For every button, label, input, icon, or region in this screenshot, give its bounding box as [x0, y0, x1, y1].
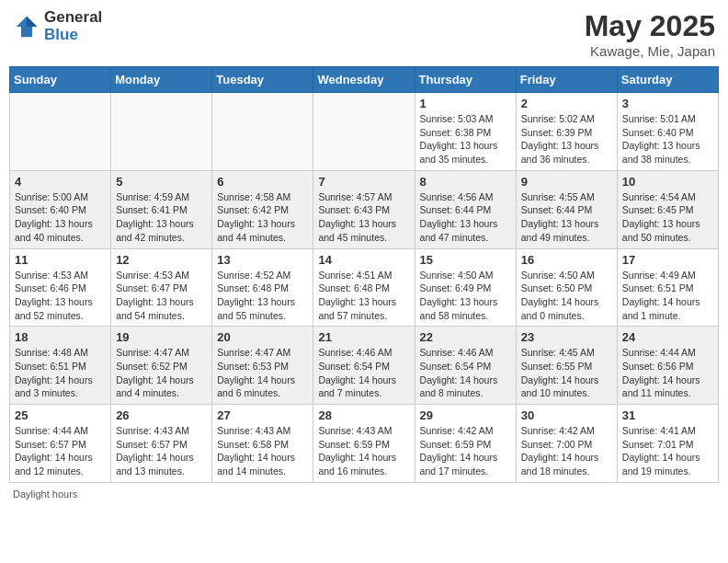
calendar-cell: 8Sunrise: 4:56 AM Sunset: 6:44 PM Daylig… — [415, 170, 516, 248]
day-info: Sunrise: 4:46 AM Sunset: 6:54 PM Dayligh… — [420, 346, 511, 400]
day-number: 16 — [521, 253, 612, 267]
day-number: 28 — [318, 408, 409, 422]
logo-icon — [13, 13, 40, 40]
location: Kawage, Mie, Japan — [585, 43, 715, 59]
day-number: 22 — [420, 330, 511, 344]
day-info: Sunrise: 4:53 AM Sunset: 6:46 PM Dayligh… — [15, 269, 106, 323]
calendar-cell: 19Sunrise: 4:47 AM Sunset: 6:52 PM Dayli… — [111, 327, 212, 405]
calendar-cell: 4Sunrise: 5:00 AM Sunset: 6:40 PM Daylig… — [10, 170, 111, 248]
day-info: Sunrise: 4:50 AM Sunset: 6:49 PM Dayligh… — [420, 269, 511, 323]
weekday-monday: Monday — [111, 67, 212, 93]
month-year: May 2025 — [585, 9, 715, 43]
svg-marker-1 — [27, 16, 37, 26]
day-info: Sunrise: 4:43 AM Sunset: 6:59 PM Dayligh… — [318, 424, 409, 478]
day-info: Sunrise: 4:50 AM Sunset: 6:50 PM Dayligh… — [521, 269, 612, 323]
calendar-cell: 10Sunrise: 4:54 AM Sunset: 6:45 PM Dayli… — [617, 170, 718, 248]
day-number: 18 — [15, 330, 106, 344]
day-info: Sunrise: 4:52 AM Sunset: 6:48 PM Dayligh… — [217, 269, 308, 323]
calendar-cell: 18Sunrise: 4:48 AM Sunset: 6:51 PM Dayli… — [10, 327, 111, 405]
day-info: Sunrise: 5:00 AM Sunset: 6:40 PM Dayligh… — [15, 190, 106, 245]
day-number: 25 — [15, 408, 106, 422]
day-info: Sunrise: 4:51 AM Sunset: 6:48 PM Dayligh… — [318, 269, 409, 323]
day-info: Sunrise: 5:02 AM Sunset: 6:39 PM Dayligh… — [521, 112, 612, 167]
calendar-week-5: 25Sunrise: 4:44 AM Sunset: 6:57 PM Dayli… — [10, 405, 719, 483]
day-number: 9 — [521, 175, 612, 189]
calendar-cell: 9Sunrise: 4:55 AM Sunset: 6:44 PM Daylig… — [516, 170, 617, 248]
day-info: Sunrise: 4:48 AM Sunset: 6:51 PM Dayligh… — [15, 346, 106, 400]
day-number: 2 — [521, 97, 612, 110]
day-number: 13 — [217, 253, 308, 267]
calendar-cell: 6Sunrise: 4:58 AM Sunset: 6:42 PM Daylig… — [212, 170, 313, 248]
calendar-cell: 16Sunrise: 4:50 AM Sunset: 6:50 PM Dayli… — [516, 248, 617, 327]
day-info: Sunrise: 4:47 AM Sunset: 6:53 PM Dayligh… — [217, 346, 308, 400]
calendar-cell: 20Sunrise: 4:47 AM Sunset: 6:53 PM Dayli… — [212, 327, 313, 405]
calendar-cell: 17Sunrise: 4:49 AM Sunset: 6:51 PM Dayli… — [617, 248, 718, 327]
calendar-cell: 21Sunrise: 4:46 AM Sunset: 6:54 PM Dayli… — [313, 327, 415, 405]
day-info: Sunrise: 4:53 AM Sunset: 6:47 PM Dayligh… — [116, 269, 207, 323]
weekday-sunday: Sunday — [10, 67, 111, 93]
calendar-cell: 2Sunrise: 5:02 AM Sunset: 6:39 PM Daylig… — [516, 93, 617, 171]
calendar-cell: 15Sunrise: 4:50 AM Sunset: 6:49 PM Dayli… — [415, 248, 516, 327]
day-info: Sunrise: 4:44 AM Sunset: 6:56 PM Dayligh… — [622, 346, 713, 400]
day-number: 7 — [318, 175, 409, 189]
calendar-cell: 28Sunrise: 4:43 AM Sunset: 6:59 PM Dayli… — [313, 405, 415, 483]
day-number: 3 — [622, 97, 713, 110]
calendar-cell: 30Sunrise: 4:42 AM Sunset: 7:00 PM Dayli… — [516, 405, 617, 483]
logo: General Blue — [13, 9, 102, 43]
calendar-cell: 25Sunrise: 4:44 AM Sunset: 6:57 PM Dayli… — [10, 405, 111, 483]
calendar-cell — [212, 93, 313, 171]
weekday-thursday: Thursday — [415, 67, 516, 93]
day-info: Sunrise: 4:46 AM Sunset: 6:54 PM Dayligh… — [318, 346, 409, 400]
calendar-cell: 7Sunrise: 4:57 AM Sunset: 6:43 PM Daylig… — [313, 170, 415, 248]
weekday-header-row: SundayMondayTuesdayWednesdayThursdayFrid… — [10, 67, 719, 93]
page-header: General Blue May 2025 Kawage, Mie, Japan — [9, 9, 719, 59]
day-number: 26 — [116, 408, 207, 422]
day-number: 15 — [420, 253, 511, 267]
day-number: 24 — [622, 330, 713, 344]
day-info: Sunrise: 4:57 AM Sunset: 6:43 PM Dayligh… — [318, 190, 409, 245]
logo-blue: Blue — [44, 27, 102, 44]
calendar-cell: 1Sunrise: 5:03 AM Sunset: 6:38 PM Daylig… — [415, 93, 516, 171]
calendar-cell: 13Sunrise: 4:52 AM Sunset: 6:48 PM Dayli… — [212, 248, 313, 327]
calendar-cell — [313, 93, 415, 171]
logo-text: General Blue — [44, 9, 102, 43]
footer: Daylight hours — [9, 488, 719, 500]
calendar-cell: 11Sunrise: 4:53 AM Sunset: 6:46 PM Dayli… — [10, 248, 111, 327]
calendar-week-2: 4Sunrise: 5:00 AM Sunset: 6:40 PM Daylig… — [10, 170, 719, 248]
day-info: Sunrise: 4:47 AM Sunset: 6:52 PM Dayligh… — [116, 346, 207, 400]
day-number: 5 — [116, 175, 207, 189]
day-info: Sunrise: 4:59 AM Sunset: 6:41 PM Dayligh… — [116, 190, 207, 245]
calendar-cell: 31Sunrise: 4:41 AM Sunset: 7:01 PM Dayli… — [617, 405, 718, 483]
weekday-saturday: Saturday — [617, 67, 718, 93]
day-info: Sunrise: 4:44 AM Sunset: 6:57 PM Dayligh… — [15, 424, 106, 478]
calendar-cell — [111, 93, 212, 171]
calendar-week-4: 18Sunrise: 4:48 AM Sunset: 6:51 PM Dayli… — [10, 327, 719, 405]
day-info: Sunrise: 5:01 AM Sunset: 6:40 PM Dayligh… — [622, 112, 713, 167]
day-info: Sunrise: 4:54 AM Sunset: 6:45 PM Dayligh… — [622, 190, 713, 245]
day-number: 30 — [521, 408, 612, 422]
day-number: 29 — [420, 408, 511, 422]
day-info: Sunrise: 4:45 AM Sunset: 6:55 PM Dayligh… — [521, 346, 612, 400]
calendar-cell: 3Sunrise: 5:01 AM Sunset: 6:40 PM Daylig… — [617, 93, 718, 171]
day-number: 1 — [420, 97, 511, 110]
day-number: 4 — [15, 175, 106, 189]
day-info: Sunrise: 4:43 AM Sunset: 6:58 PM Dayligh… — [217, 424, 308, 478]
calendar-cell: 27Sunrise: 4:43 AM Sunset: 6:58 PM Dayli… — [212, 405, 313, 483]
logo-general: General — [44, 9, 102, 27]
calendar-week-3: 11Sunrise: 4:53 AM Sunset: 6:46 PM Dayli… — [10, 248, 719, 327]
calendar-cell: 12Sunrise: 4:53 AM Sunset: 6:47 PM Dayli… — [111, 248, 212, 327]
calendar-cell: 26Sunrise: 4:43 AM Sunset: 6:57 PM Dayli… — [111, 405, 212, 483]
day-info: Sunrise: 4:42 AM Sunset: 7:00 PM Dayligh… — [521, 424, 612, 478]
day-info: Sunrise: 4:42 AM Sunset: 6:59 PM Dayligh… — [420, 424, 511, 478]
day-info: Sunrise: 4:49 AM Sunset: 6:51 PM Dayligh… — [622, 269, 713, 323]
weekday-tuesday: Tuesday — [212, 67, 313, 93]
day-number: 19 — [116, 330, 207, 344]
day-number: 20 — [217, 330, 308, 344]
title-block: May 2025 Kawage, Mie, Japan — [585, 9, 715, 59]
day-info: Sunrise: 4:41 AM Sunset: 7:01 PM Dayligh… — [622, 424, 713, 478]
day-info: Sunrise: 4:58 AM Sunset: 6:42 PM Dayligh… — [217, 190, 308, 245]
day-number: 14 — [318, 253, 409, 267]
day-number: 21 — [318, 330, 409, 344]
day-number: 11 — [15, 253, 106, 267]
day-number: 8 — [420, 175, 511, 189]
